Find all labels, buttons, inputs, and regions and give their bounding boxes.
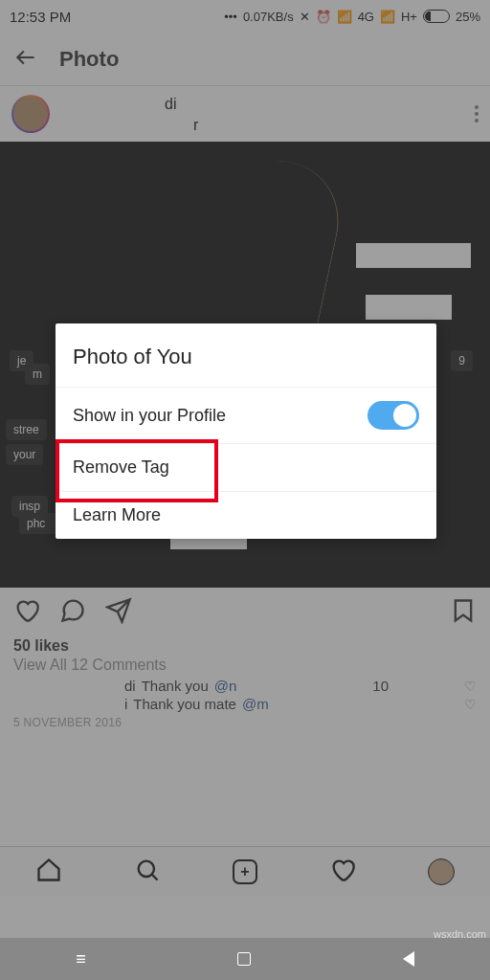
heart-icon[interactable]: ♡ <box>464 697 477 712</box>
avatar[interactable] <box>11 95 50 133</box>
home-button[interactable] <box>237 952 251 966</box>
view-comments-link[interactable]: View All 12 Comments <box>13 657 477 674</box>
status-speed: 0.07KB/s <box>243 10 294 24</box>
signal-icon: 📶 <box>337 10 352 24</box>
signal-icon-2: 📶 <box>380 10 395 24</box>
heart-icon[interactable]: ♡ <box>464 679 477 694</box>
show-in-profile-row[interactable]: Show in your Profile <box>56 387 436 443</box>
comment-button[interactable] <box>59 597 86 628</box>
search-tab[interactable] <box>134 857 161 887</box>
new-post-tab[interactable]: + <box>233 859 257 884</box>
remove-tag-button[interactable]: Remove Tag <box>56 443 436 491</box>
comment-row[interactable]: di Thank you @n10 ♡ <box>13 678 477 694</box>
status-bar: 12:53 PM ••• 0.07KB/s ✕ ⏰ 📶 4G 📶 H+ 25% <box>0 0 490 33</box>
show-in-profile-toggle[interactable] <box>368 401 419 430</box>
battery-percent: 25% <box>456 10 480 24</box>
bottom-nav: + <box>0 846 490 896</box>
save-button[interactable] <box>450 597 477 628</box>
share-button[interactable] <box>105 597 132 628</box>
dnd-icon: ✕ <box>300 10 310 24</box>
post-date: 5 NOVEMBER 2016 <box>13 716 477 729</box>
alarm-icon: ⏰ <box>316 10 331 24</box>
profile-tab[interactable] <box>428 858 455 885</box>
activity-tab[interactable] <box>329 857 356 887</box>
post-menu-button[interactable] <box>475 105 479 122</box>
recent-apps-button[interactable]: ≡ <box>76 949 86 969</box>
post-actions <box>0 588 490 637</box>
watermark: wsxdn.com <box>434 928 486 940</box>
dialog-title: Photo of You <box>56 323 436 387</box>
battery-icon <box>423 10 450 23</box>
like-count[interactable]: 50 likes <box>13 637 477 655</box>
back-button-android[interactable] <box>403 951 414 967</box>
android-nav: ≡ <box>0 938 490 980</box>
photo-of-you-dialog: Photo of You Show in your Profile Remove… <box>56 323 436 539</box>
svg-point-0 <box>139 860 154 876</box>
page-title: Photo <box>59 47 119 72</box>
back-button[interactable] <box>13 45 38 74</box>
post-author-row[interactable]: di r <box>0 86 490 142</box>
status-time: 12:53 PM <box>10 9 71 25</box>
learn-more-button[interactable]: Learn More <box>56 491 436 539</box>
home-tab[interactable] <box>35 857 62 887</box>
like-button[interactable] <box>13 597 40 628</box>
comment-row[interactable]: i Thank you mate @m ♡ <box>13 696 477 712</box>
page-header: Photo <box>0 33 490 86</box>
